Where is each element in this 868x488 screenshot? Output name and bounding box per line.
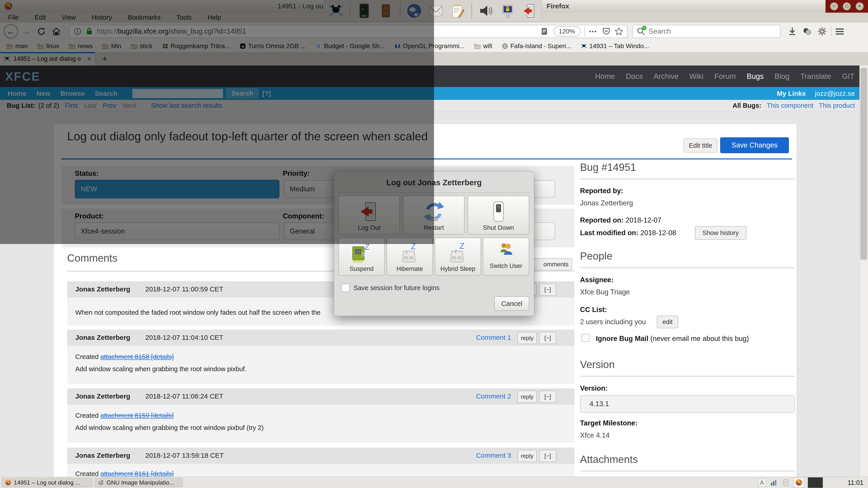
status-select[interactable]: NEW <box>75 180 279 198</box>
nav-archive[interactable]: Archive <box>654 72 679 80</box>
subnav-search[interactable]: Search <box>95 90 117 97</box>
bookmark-star-icon[interactable] <box>614 27 623 36</box>
tab-bug-14951[interactable]: 14951 – Log out dialog o × <box>0 52 95 66</box>
nav-translate[interactable]: Translate <box>800 72 831 80</box>
page-actions-icon[interactable]: ••• <box>589 28 597 35</box>
back-icon[interactable]: ← <box>4 24 18 39</box>
search-input[interactable] <box>648 27 777 36</box>
reader-mode-icon[interactable] <box>540 27 549 36</box>
this-product-link[interactable]: This product <box>819 102 855 109</box>
volume-icon[interactable] <box>478 3 494 19</box>
bookmark-item[interactable]: wifi <box>474 42 492 50</box>
show-last-search-results[interactable]: Show last search results <box>151 102 222 109</box>
show-history-button[interactable]: Show history <box>695 226 746 240</box>
collapse-comment-button[interactable]: [−] <box>539 450 556 462</box>
save-changes-button[interactable]: Save Changes <box>720 137 789 153</box>
mail-icon[interactable] <box>428 3 444 19</box>
logout-icon[interactable] <box>522 3 537 19</box>
search-engine-icon[interactable]: + <box>636 27 646 36</box>
suspend-button[interactable]: Zz Suspend <box>338 238 385 275</box>
menu-help[interactable]: Help <box>208 14 221 21</box>
edit-title-button[interactable]: Edit title <box>684 138 717 153</box>
attachment-link[interactable]: attachment 8159 [details] <box>100 412 174 419</box>
restart-button[interactable]: Restart <box>403 196 465 234</box>
reload-icon[interactable] <box>34 27 49 36</box>
menu-edit[interactable]: Edit <box>35 14 46 21</box>
reply-button[interactable]: reply <box>518 332 537 344</box>
gear-icon[interactable] <box>817 26 827 36</box>
quicksearch-button[interactable]: Search <box>226 89 258 98</box>
keyboard-layout-icon[interactable]: A <box>758 478 766 487</box>
cancel-button[interactable]: Cancel <box>494 296 529 311</box>
search-bar[interactable]: + <box>632 25 780 38</box>
menu-view[interactable]: View <box>62 14 76 21</box>
bookmark-item[interactable]: Roggenkamp Trära... <box>162 42 230 50</box>
nav-wiki[interactable]: Wiki <box>689 72 704 80</box>
extension-spheres-icon[interactable] <box>802 26 812 36</box>
site-info-icon[interactable] <box>73 27 82 36</box>
url-bar[interactable]: https://bugzilla.xfce.org/show_bug.cgi?i… <box>69 25 627 38</box>
nav-home[interactable]: Home <box>595 72 615 80</box>
quicksearch-help[interactable]: [?] <box>262 90 271 97</box>
zoom-level-button[interactable]: 120% <box>553 26 581 36</box>
comment-link[interactable]: Comment 1 <box>476 334 511 341</box>
downloads-icon[interactable] <box>787 26 797 36</box>
xfce-menu-icon[interactable] <box>328 3 344 19</box>
comment-author[interactable]: Jonas Zetterberg <box>75 285 130 293</box>
web-browser-icon[interactable] <box>406 3 422 19</box>
firefox-tray-icon[interactable] <box>794 478 804 488</box>
tab-close-icon[interactable]: × <box>87 55 91 63</box>
pocket-icon[interactable] <box>602 27 611 36</box>
bookmark-item[interactable]: news <box>69 42 92 50</box>
new-tab-button[interactable]: + <box>99 53 111 64</box>
bookmark-item[interactable]: stick <box>131 42 153 50</box>
network-monitor-icon[interactable] <box>770 479 778 487</box>
xfce-logo[interactable]: XFCE <box>5 69 40 84</box>
reply-button[interactable]: reply <box>518 391 537 403</box>
hamburger-menu-icon[interactable] <box>836 27 844 36</box>
nav-git[interactable]: GIT <box>842 72 855 80</box>
menu-file[interactable]: File <box>8 14 19 21</box>
forward-icon[interactable]: → <box>18 27 34 36</box>
cc-edit-button[interactable]: edit <box>657 316 678 328</box>
bookmark-item[interactable]: GBudget - Google Sh... <box>315 42 385 50</box>
workspace-switcher[interactable] <box>808 477 823 488</box>
close-window-button[interactable]: × <box>855 2 864 11</box>
scrollbar-thumb[interactable] <box>860 68 867 260</box>
subnav-browse[interactable]: Browse <box>60 90 85 97</box>
product-field[interactable]: Xfce4-session <box>75 223 279 240</box>
quicksearch-input[interactable] <box>132 89 223 98</box>
minimize-button[interactable]: − <box>830 2 838 11</box>
subnav-home[interactable]: Home <box>8 90 26 97</box>
save-session-checkbox[interactable] <box>342 284 350 292</box>
bookmark-item[interactable]: Fafa-Island - Superi... <box>502 42 571 50</box>
menu-bookmarks[interactable]: Bookmarks <box>128 14 160 21</box>
bookmark-item[interactable]: 14931 – Tab Windo... <box>581 42 649 50</box>
terminal-icon[interactable]: >_ <box>356 3 372 19</box>
my-links[interactable]: My Links <box>777 90 806 97</box>
shut-down-button[interactable]: Shut Down <box>468 196 529 234</box>
comment-author[interactable]: Jonas Zetterberg <box>75 392 130 400</box>
hybrid-sleep-button[interactable]: Zz Hybrid Sleep <box>435 238 481 275</box>
reply-button[interactable]: reply <box>518 450 537 462</box>
comment-link[interactable]: Comment 2 <box>476 392 511 400</box>
subnav-new[interactable]: New <box>36 90 51 97</box>
version-field[interactable]: 4.13.1 <box>580 395 795 413</box>
taskbar-window-firefox[interactable]: 14951 – Log out dialog ... <box>2 478 92 487</box>
home-icon[interactable] <box>49 26 64 36</box>
switch-user-button[interactable]: Switch User <box>483 238 529 275</box>
lock-screen-icon[interactable] <box>500 3 516 19</box>
attachment-link[interactable]: attachment 8161 [details] <box>100 470 174 477</box>
collapse-comment-button[interactable]: [−] <box>539 284 556 296</box>
bookmark-item[interactable]: man <box>6 42 28 50</box>
file-manager-icon[interactable] <box>378 3 394 19</box>
bookmark-item[interactable]: OpenGL Programmi... <box>395 42 465 50</box>
bookmark-item[interactable]: Min <box>102 42 121 50</box>
user-email[interactable]: jozz@jozz.se <box>815 90 855 97</box>
nav-forum[interactable]: Forum <box>714 72 736 80</box>
notes-icon[interactable] <box>450 3 466 19</box>
bug-list-prev[interactable]: Prev <box>103 102 116 109</box>
collapse-comment-button[interactable]: [−] <box>539 332 556 344</box>
nav-blog[interactable]: Blog <box>775 72 789 80</box>
https-lock-icon[interactable] <box>85 27 94 36</box>
